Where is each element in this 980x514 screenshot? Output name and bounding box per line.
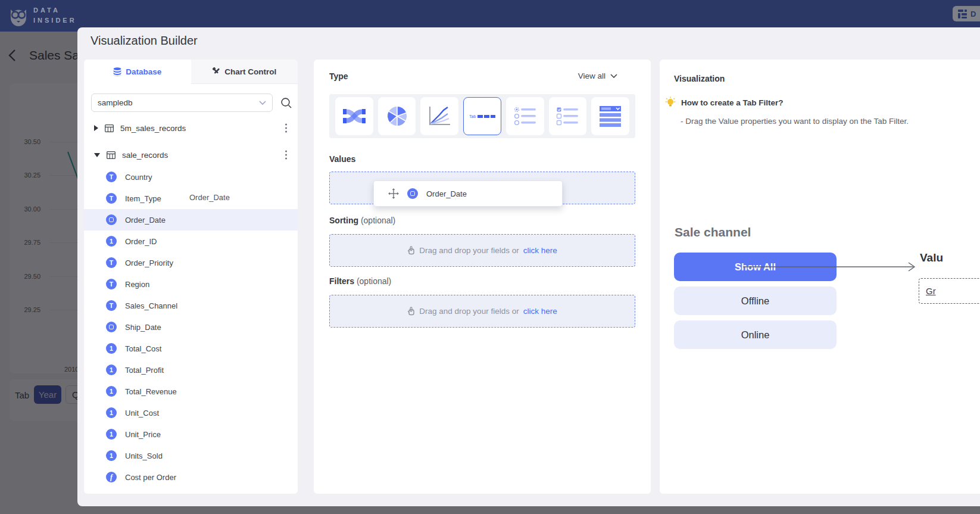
dragged-field-chip[interactable]: Order_Date: [373, 180, 563, 207]
tab-database-label: Database: [126, 67, 161, 76]
chart-type-sankey[interactable]: [335, 97, 373, 135]
left-panel: Database Chart Control sampledb: [84, 60, 298, 494]
tree-field-region[interactable]: TRegion: [84, 273, 298, 295]
owl-logo-icon: [7, 5, 30, 27]
field-name: Total_Cost: [125, 344, 161, 353]
tree-field-unit-price[interactable]: 1Unit_Price: [84, 423, 298, 445]
tab-chart-control-label: Chart Control: [224, 67, 276, 76]
tree-table-sale-records[interactable]: sale_records: [84, 145, 298, 165]
field-name: Cost per Order: [125, 473, 176, 482]
chart-type-strip: Tab: [329, 94, 635, 138]
tree-field-total-cost[interactable]: 1Total_Cost: [84, 338, 298, 359]
values-section-label: Values: [329, 154, 355, 164]
tree-field-order-id[interactable]: 1Order_ID: [84, 230, 298, 252]
tree-field-total-revenue[interactable]: 1Total_Revenue: [84, 381, 298, 402]
dragged-field-name: Order_Date: [426, 189, 467, 198]
move-icon: [388, 188, 399, 199]
drag-hand-icon: [407, 246, 415, 255]
brand-name: DATA INSIDER: [33, 5, 77, 26]
sorting-dropzone[interactable]: Drag and drop your fields or click here: [329, 234, 635, 267]
tree-field-country[interactable]: TCountry: [84, 166, 298, 188]
drag-hand-icon: [407, 307, 415, 316]
annotation-link[interactable]: Gr: [926, 286, 936, 296]
builder-panel: Type View all Tab Values Drag and drop y…: [314, 60, 651, 494]
chart-type-dropdown[interactable]: [591, 97, 629, 135]
tree-field-order-priority[interactable]: TOrder_Priority: [84, 252, 298, 273]
tree-table-5m-sales-records[interactable]: 5m_sales_records: [84, 118, 298, 138]
svg-text:Tab: Tab: [469, 114, 476, 119]
tools-icon: [212, 67, 220, 76]
tree-field-units-sold[interactable]: 1Units_Sold: [84, 445, 298, 466]
chevron-down-icon: [259, 101, 266, 105]
field-name: Country: [125, 173, 152, 182]
tree-field-ship-date[interactable]: Ship_Date: [84, 316, 298, 338]
table-icon: [107, 151, 116, 159]
tree-field-cost-per-order[interactable]: fCost per Order: [84, 466, 298, 488]
field-name: Ship_Date: [125, 323, 161, 332]
tab-database[interactable]: Database: [84, 60, 191, 84]
number-field-icon: 1: [106, 386, 117, 397]
field-name: Order_Priority: [125, 258, 173, 267]
channel-button-online[interactable]: Online: [674, 320, 837, 349]
field-name: Sales_Channel: [125, 301, 177, 310]
click-here-link[interactable]: click here: [523, 246, 557, 255]
text-field-icon: T: [106, 257, 117, 268]
number-field-icon: 1: [106, 450, 117, 461]
chart-type-tab-filter[interactable]: Tab: [463, 97, 501, 135]
chart-type-radio-list[interactable]: [506, 97, 544, 135]
number-field-icon: 1: [106, 407, 117, 418]
field-name: Units_Sold: [125, 451, 163, 460]
field-name: Order_ID: [125, 237, 157, 246]
field-name: Region: [125, 280, 149, 289]
tree-field-order-date[interactable]: Order_Date: [84, 209, 298, 230]
kebab-menu-icon[interactable]: [285, 124, 287, 133]
annotation-box: Gr: [919, 278, 980, 304]
text-field-icon: T: [106, 172, 117, 182]
number-field-icon: 1: [106, 365, 117, 375]
tip-title: How to create a Tab Filter?: [681, 98, 784, 107]
type-section-label: Type: [329, 71, 348, 81]
tree-field-unit-cost[interactable]: 1Unit_Cost: [84, 402, 298, 423]
layout-grid-icon: [958, 10, 967, 18]
filters-dropzone[interactable]: Drag and drop your fields or click here: [329, 295, 635, 328]
field-name: Unit_Cost: [125, 409, 159, 418]
text-field-icon: T: [106, 193, 117, 204]
chart-type-checkbox-list[interactable]: [549, 97, 587, 135]
expand-arrow-icon[interactable]: [94, 125, 98, 131]
date-field-icon: [407, 188, 418, 199]
click-here-link[interactable]: click here: [523, 307, 557, 316]
annotation-arrow: [743, 261, 917, 273]
visualization-panel: Visualization How to create a Tab Filter…: [660, 60, 980, 494]
field-name: Total_Profit: [125, 366, 164, 375]
chevron-down-icon: [610, 74, 617, 78]
kebab-menu-icon[interactable]: [285, 151, 287, 160]
field-list: TCountryTItem_TypeOrder_Date1Order_IDTOr…: [84, 166, 298, 488]
pill-label: D: [970, 10, 976, 18]
tab-chart-control[interactable]: Chart Control: [191, 60, 298, 84]
sorting-section-label: Sorting (optional): [329, 216, 395, 225]
field-name: Item_Type: [125, 194, 161, 203]
field-name: Total_Revenue: [125, 387, 177, 396]
collapse-arrow-icon[interactable]: [94, 153, 100, 157]
date-field-icon: [106, 214, 117, 225]
chart-type-line[interactable]: [420, 97, 458, 135]
view-all-button[interactable]: View all: [578, 71, 617, 80]
visualization-builder-modal: Visualization Builder Database Chart C: [77, 27, 980, 506]
number-field-icon: 1: [106, 236, 117, 247]
number-field-icon: 1: [106, 429, 117, 440]
modal-title: Visualization Builder: [90, 34, 198, 48]
annotation-heading: Valu: [920, 251, 943, 264]
field-name: Order_Date: [125, 216, 166, 225]
number-field-icon: 1: [106, 343, 117, 354]
tree-field-total-profit[interactable]: 1Total_Profit: [84, 359, 298, 381]
dashboard-button[interactable]: D: [953, 6, 980, 21]
function-field-icon: f: [106, 472, 117, 482]
tree-field-sales-channel[interactable]: TSales_Channel: [84, 295, 298, 316]
search-icon[interactable]: [280, 97, 292, 109]
channel-button-offline[interactable]: Offline: [674, 286, 837, 315]
database-select-value: sampledb: [98, 98, 133, 107]
chart-type-pie[interactable]: [378, 97, 416, 135]
database-select[interactable]: sampledb: [91, 94, 273, 112]
lightbulb-icon: [665, 96, 676, 108]
text-field-icon: T: [106, 300, 117, 311]
